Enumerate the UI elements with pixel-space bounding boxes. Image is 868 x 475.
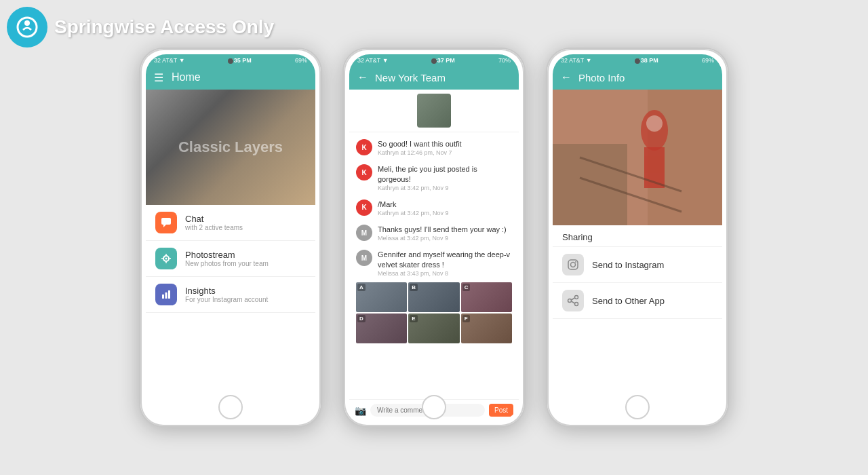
message-meta: Kathryn at 3:42 pm, Nov 9 [378, 210, 512, 216]
kathryn-avatar: K [356, 200, 372, 216]
insights-text-group: Insights For your Instagram account [185, 286, 268, 303]
kathryn-avatar: K [356, 164, 372, 180]
phone3-body: Sharing Send to Instagram [553, 225, 722, 421]
chat-title: Chat [185, 214, 243, 224]
message-text: /Mark [378, 200, 512, 209]
phone3-time: 4:38 PM [635, 57, 658, 64]
svg-rect-21 [568, 260, 578, 269]
photostream-icon [155, 248, 177, 269]
grid-item-c[interactable]: C [461, 282, 512, 312]
phone3-status-bar: 32 AT&T ▼ 4:38 PM 69% [553, 54, 722, 65]
grid-label-b: B [410, 284, 418, 291]
grid-label-c: C [462, 284, 471, 291]
svg-point-17 [646, 115, 663, 132]
send-instagram-action[interactable]: Send to Instagram [553, 247, 722, 283]
photostream-subtitle: New photos from your team [185, 260, 269, 267]
message-meta: Kathryn at 12:46 pm, Nov 7 [378, 149, 512, 156]
phone2-home-button[interactable] [422, 395, 446, 419]
photo-grid: A B C D E F [349, 281, 519, 345]
phone3-carrier: 32 AT&T ▼ [561, 57, 592, 64]
grid-label-d: D [357, 315, 366, 322]
phones-container: 32 AT&T ▼ 4:35 PM 69% ☰ Home Classic Lay… [0, 0, 868, 475]
watermark-text: Springwise Access Only [54, 16, 274, 38]
phone1-header: ☰ Home [146, 65, 315, 90]
camera-icon[interactable]: 📷 [355, 405, 366, 416]
phone2-back-button[interactable]: ← [357, 71, 368, 83]
message-item: K Meli, the pic you just posted is gorge… [349, 160, 519, 195]
phone2-thumbnail [349, 90, 519, 132]
phone1-carrier: 32 AT&T ▼ [154, 57, 185, 64]
phone2-title: New York Team [375, 72, 446, 83]
phone3-header: ← Photo Info [553, 65, 722, 90]
send-other-action[interactable]: Send to Other App [553, 283, 722, 319]
photostream-title: Photostream [185, 250, 269, 260]
instagram-icon [562, 254, 584, 276]
svg-point-25 [568, 299, 572, 303]
watermark: Springwise Access Only [7, 7, 274, 48]
phone2-battery: 70% [498, 57, 511, 64]
message-text: Meli, the pic you just posted is gorgeou… [378, 164, 512, 184]
menu-icon[interactable]: ☰ [154, 71, 163, 84]
insights-title: Insights [185, 286, 268, 296]
message-item: M Gennifer and myself wearing the deep-v… [349, 246, 519, 281]
phone1-status-bar: 32 AT&T ▼ 4:35 PM 69% [146, 54, 315, 65]
grid-item-a[interactable]: A [356, 282, 407, 312]
chat-icon [155, 212, 177, 233]
grid-item-d[interactable]: D [356, 314, 407, 343]
chat-text-group: Chat with 2 active teams [185, 214, 243, 231]
phone-home-inner: 32 AT&T ▼ 4:35 PM 69% ☰ Home Classic Lay… [146, 54, 315, 421]
svg-point-24 [575, 296, 578, 299]
message-content: Meli, the pic you just posted is gorgeou… [378, 164, 512, 191]
grid-item-e[interactable]: E [408, 314, 459, 343]
phone2-carrier: 32 AT&T ▼ [357, 57, 389, 64]
springwise-logo [7, 7, 47, 48]
sharing-label: Sharing [553, 225, 722, 247]
svg-rect-14 [553, 144, 627, 225]
instagram-label: Send to Instagram [592, 260, 664, 270]
message-item: M Thanks guys! I'll send them your way :… [349, 221, 519, 246]
grid-label-e: E [410, 315, 417, 322]
phone2-body: K So good! I want this outfit Kathryn at… [349, 90, 519, 421]
message-text: So good! I want this outfit [378, 139, 512, 149]
post-button[interactable]: Post [489, 404, 513, 417]
message-meta: Melissa at 3:42 pm, Nov 9 [378, 235, 512, 242]
svg-rect-12 [168, 290, 170, 299]
phone1-hero: Classic Layers [146, 90, 315, 205]
phone1-title: Home [172, 71, 201, 83]
insights-subtitle: For your Instagram account [185, 296, 268, 303]
phone2-thumb-image [417, 94, 451, 128]
svg-marker-3 [163, 225, 166, 227]
chat-subtitle: with 2 active teams [185, 224, 243, 231]
phone-photoinfo: 32 AT&T ▼ 4:38 PM 69% ← Photo Info [546, 48, 729, 428]
svg-point-1 [24, 20, 30, 26]
message-content: Thanks guys! I'll send them your way :) … [378, 225, 512, 242]
svg-line-28 [572, 301, 575, 303]
phone1-menu: Chat with 2 active teams [146, 205, 315, 421]
menu-item-photostream[interactable]: Photostream New photos from your team [146, 241, 315, 277]
svg-rect-10 [162, 294, 164, 299]
svg-point-5 [165, 258, 167, 260]
message-content: Gennifer and myself wearing the deep-v v… [378, 250, 512, 277]
svg-rect-11 [165, 292, 167, 299]
phone1-battery: 69% [295, 57, 307, 64]
phone1-hero-overlay: Classic Layers [146, 90, 315, 205]
message-text: Gennifer and myself wearing the deep-v v… [378, 250, 512, 269]
phone1-time: 4:35 PM [229, 57, 252, 64]
menu-item-chat[interactable]: Chat with 2 active teams [146, 205, 315, 241]
phone3-home-button[interactable] [625, 395, 650, 419]
phone3-photo [553, 90, 722, 225]
phone-chat-inner: 32 AT&T ▼ 4:37 PM 70% ← New York Team K [349, 54, 519, 421]
message-meta: Melissa at 3:43 pm, Nov 8 [378, 270, 512, 277]
grid-item-f[interactable]: F [461, 314, 512, 343]
grid-label-a: A [357, 284, 366, 291]
menu-item-insights[interactable]: Insights For your Instagram account [146, 277, 315, 313]
kathryn-avatar: K [356, 139, 372, 155]
phone3-title: Photo Info [578, 72, 625, 83]
phone1-home-button[interactable] [218, 395, 243, 419]
svg-rect-2 [161, 218, 171, 225]
message-content: So good! I want this outfit Kathryn at 1… [378, 139, 512, 156]
other-app-label: Send to Other App [592, 296, 665, 306]
phone3-back-button[interactable]: ← [561, 71, 572, 83]
phone-chat: 32 AT&T ▼ 4:37 PM 70% ← New York Team K [342, 48, 526, 428]
grid-item-b[interactable]: B [408, 282, 459, 312]
